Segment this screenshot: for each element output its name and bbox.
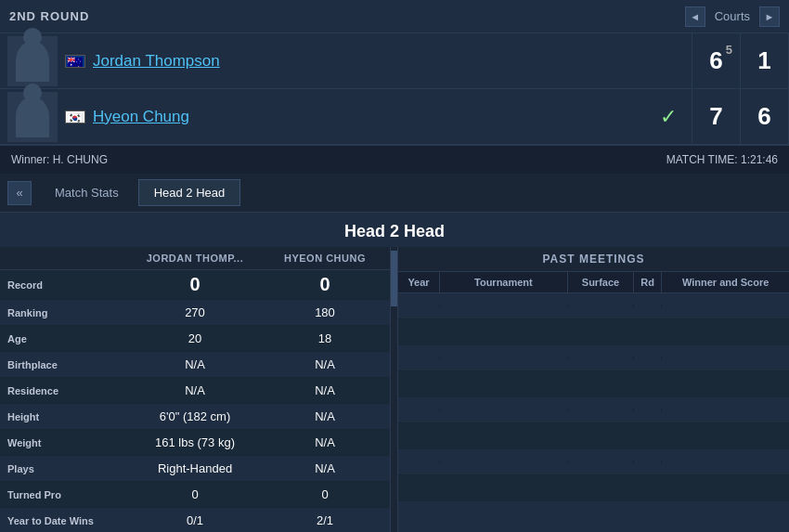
- stats-row-7: Plays Right-Handed N/A: [0, 456, 390, 482]
- courts-label: Courts: [709, 9, 756, 23]
- top-header: 2ND ROUND ◄ Courts ►: [0, 0, 789, 33]
- winner-text: Winner: H. CHUNG: [11, 153, 108, 166]
- stats-row-9: Year to Date Wins 0/1 2/1: [0, 508, 390, 532]
- player1-row: Jordan Thompson 6 5 1: [0, 33, 789, 89]
- stat-val2-6: N/A: [260, 432, 390, 453]
- pm-empty-row-6: [398, 423, 789, 449]
- stats-row-4: Residence N/A N/A: [0, 378, 390, 404]
- stat-val1-2: 20: [130, 328, 260, 349]
- stat-val2-8: 0: [260, 484, 390, 505]
- stats-table: JORDAN THOMP... HYEON CHUNG Record 0 0 R…: [0, 247, 390, 532]
- stat-val1-5: 6'0" (182 cm): [130, 406, 260, 427]
- match-area: Jordan Thompson 6 5 1 Hyeon Chung ✓ 7: [0, 33, 789, 146]
- stats-row-1: Ranking 270 180: [0, 300, 390, 326]
- pm-empty-row-5: [398, 397, 789, 423]
- stat-val1-8: 0: [130, 484, 260, 505]
- player1-avatar: [7, 36, 58, 86]
- player1-flag: [65, 55, 85, 68]
- pm-col-surface: Surface: [568, 272, 634, 292]
- stat-label-1: Ranking: [0, 304, 130, 322]
- stat-label-0: Record: [0, 276, 130, 294]
- stat-val1-0: 0: [130, 270, 260, 299]
- stat-val2-7: N/A: [260, 458, 390, 479]
- pm-empty-row-2: [398, 319, 789, 345]
- stats-label-header: [0, 247, 130, 269]
- stat-val2-4: N/A: [260, 380, 390, 401]
- pm-empty-row-7: [398, 449, 789, 475]
- player1-scores-block: 6 5 1: [692, 33, 789, 89]
- pm-rows: [398, 293, 789, 501]
- stats-row-0: Record 0 0: [0, 270, 390, 300]
- pm-header: PAST MEETINGS: [398, 247, 789, 272]
- h2h-inner: JORDAN THOMP... HYEON CHUNG Record 0 0 R…: [0, 247, 789, 532]
- stat-val1-9: 0/1: [130, 510, 260, 531]
- stat-val2-0: 0: [260, 270, 390, 299]
- player1-set1-score: 6 5: [692, 33, 741, 89]
- scrollbar-thumb[interactable]: [391, 251, 397, 306]
- stat-label-2: Age: [0, 330, 130, 348]
- stat-val1-3: N/A: [130, 354, 260, 375]
- tiebreak-sup: 5: [726, 43, 732, 57]
- player1-set2-score: 1: [741, 33, 789, 89]
- stat-val2-9: 2/1: [260, 510, 390, 531]
- pm-empty-row-8: [398, 475, 789, 501]
- status-bar: Winner: H. CHUNG MATCH TIME: 1:21:46: [0, 146, 789, 174]
- stat-val1-4: N/A: [130, 380, 260, 401]
- stat-label-3: Birthplace: [0, 356, 130, 374]
- stat-label-9: Year to Date Wins: [0, 512, 130, 530]
- player2-winner-check: ✓: [645, 105, 692, 129]
- player1-flag-name: Jordan Thompson: [65, 52, 645, 71]
- pm-columns: Year Tournament Surface Rd Winner and Sc…: [398, 272, 789, 293]
- stat-label-8: Turned Pro: [0, 486, 130, 504]
- player2-scores: ✓ 7 6: [645, 89, 789, 145]
- stat-label-7: Plays: [0, 460, 130, 478]
- player1-silhouette: [16, 41, 49, 82]
- stats-row-5: Height 6'0" (182 cm) N/A: [0, 404, 390, 430]
- player2-set2-score: 6: [741, 89, 789, 145]
- player2-name[interactable]: Hyeon Chung: [93, 108, 189, 126]
- tab-head2head[interactable]: Head 2 Head: [138, 179, 241, 206]
- stats-row-6: Weight 161 lbs (73 kg) N/A: [0, 430, 390, 456]
- stat-val1-6: 161 lbs (73 kg): [130, 432, 260, 453]
- stats-row-2: Age 20 18: [0, 326, 390, 352]
- stat-val2-3: N/A: [260, 354, 390, 375]
- stats-header-row: JORDAN THOMP... HYEON CHUNG: [0, 247, 390, 270]
- pm-col-tournament: Tournament: [440, 272, 568, 292]
- player2-avatar: [7, 92, 58, 142]
- stat-val2-1: 180: [260, 302, 390, 323]
- player1-name[interactable]: Jordan Thompson: [93, 52, 220, 71]
- stat-label-4: Residence: [0, 382, 130, 400]
- stat-label-5: Height: [0, 408, 130, 426]
- round-label: 2ND ROUND: [9, 9, 89, 23]
- scrollbar[interactable]: [390, 247, 397, 532]
- player2-flag-name: Hyeon Chung: [65, 108, 645, 126]
- h2h-section: Head 2 Head JORDAN THOMP... HYEON CHUNG …: [0, 213, 789, 532]
- courts-nav: ◄ Courts ►: [685, 6, 780, 27]
- player2-row: Hyeon Chung ✓ 7 6: [0, 89, 789, 145]
- player2-set1-score: 7: [692, 89, 741, 145]
- past-meetings: PAST MEETINGS Year Tournament Surface Rd…: [397, 247, 789, 532]
- player2-flag: [65, 110, 85, 123]
- pm-col-year: Year: [398, 272, 440, 292]
- pm-empty-row-4: [398, 371, 789, 397]
- stat-val2-2: 18: [260, 328, 390, 349]
- stats-row-3: Birthplace N/A N/A: [0, 352, 390, 378]
- tab-match-stats[interactable]: Match Stats: [39, 179, 135, 206]
- h2h-title: Head 2 Head: [0, 213, 789, 247]
- pm-col-winner: Winner and Score: [662, 272, 789, 292]
- stat-val1-7: Right-Handed: [130, 458, 260, 479]
- tabs-bar: « Match Stats Head 2 Head: [0, 174, 789, 213]
- stat-val2-5: N/A: [260, 406, 390, 427]
- stats-row-8: Turned Pro 0 0: [0, 482, 390, 508]
- pm-col-rd: Rd: [634, 272, 662, 292]
- pm-empty-row-3: [398, 345, 789, 371]
- pm-empty-row-1: [398, 293, 789, 319]
- stats-rows: Record 0 0 Ranking 270 180 Age 20 18 Bir…: [0, 270, 390, 532]
- courts-next-button[interactable]: ►: [759, 6, 780, 27]
- back-button[interactable]: «: [7, 181, 32, 205]
- courts-prev-button[interactable]: ◄: [685, 6, 705, 27]
- main-content: Head 2 Head JORDAN THOMP... HYEON CHUNG …: [0, 213, 789, 532]
- stats-col2-header: HYEON CHUNG: [260, 247, 390, 269]
- stats-col1-header: JORDAN THOMP...: [130, 247, 260, 269]
- stat-val1-1: 270: [130, 302, 260, 323]
